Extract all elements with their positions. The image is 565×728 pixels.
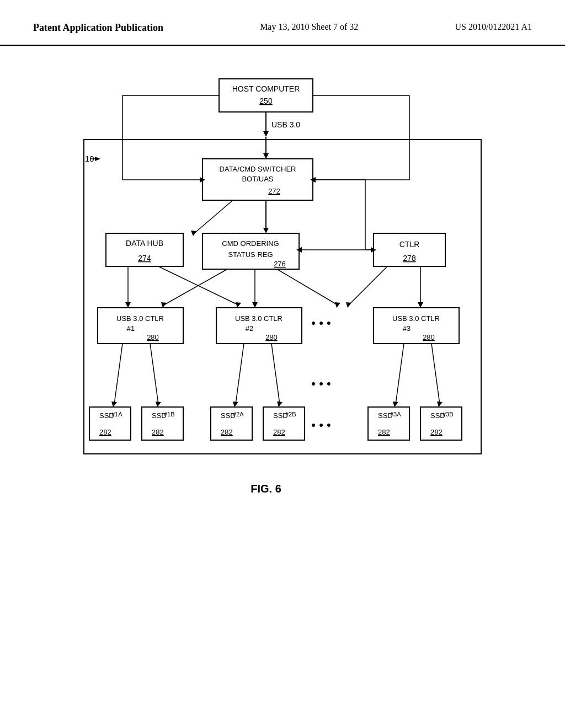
ssd2b-sub: #2B — [285, 411, 296, 417]
svg-rect-46 — [374, 308, 459, 344]
ssd-mid-dots: • • • — [311, 418, 331, 432]
ssd1a-sub: #1A — [111, 411, 122, 417]
page-header: Patent Application Publication May 13, 2… — [0, 0, 565, 46]
ctlr-dots: • • • — [311, 316, 331, 330]
host-computer-num: 250 — [259, 97, 273, 105]
switcher-line2: BOT/UAS — [242, 175, 273, 183]
switcher-line1: DATA/CMD SWITCHER — [220, 165, 296, 173]
ssd3a-sub: #3A — [390, 411, 401, 417]
ssd1b-num: 282 — [152, 428, 164, 436]
cmd-num: 276 — [274, 260, 286, 268]
svg-rect-0 — [219, 79, 313, 112]
usb-ctlr1-line1: USB 3.0 CTLR — [116, 314, 164, 323]
sheet-info: May 13, 2010 Sheet 7 of 32 — [260, 22, 358, 32]
data-hub-num: 274 — [138, 254, 151, 263]
fig-caption: FIG. 6 — [250, 483, 281, 495]
usb-ctlr1-num: 280 — [147, 333, 159, 341]
svg-rect-45 — [216, 308, 302, 344]
usb-label: USB 3.0 — [271, 120, 300, 129]
ssd3b-sub: #3B — [443, 411, 454, 417]
data-hub-label: DATA HUB — [126, 239, 163, 248]
svg-rect-44 — [98, 308, 183, 344]
usb-ctlr3-line1: USB 3.0 CTLR — [392, 314, 440, 323]
usb-ctlr2-line2: #2 — [246, 324, 253, 333]
usb-ctlr3-num: 280 — [423, 333, 435, 341]
ssd2a-sub: #2A — [233, 411, 244, 417]
host-computer-label: HOST COMPUTER — [232, 84, 300, 93]
ctlr-num: 278 — [403, 254, 416, 263]
diagram-svg: HOST COMPUTER 250 USB 3.0 10 DATA/CMD SW… — [67, 73, 498, 564]
svg-marker-2 — [263, 131, 269, 137]
patent-number: US 2010/0122021 A1 — [455, 22, 532, 32]
switcher-num: 272 — [268, 187, 280, 195]
publication-label: Patent Application Publication — [33, 22, 163, 34]
ssd2a-num: 282 — [221, 428, 233, 436]
ssd1b-sub: #1B — [164, 411, 175, 417]
ssd1a-num: 282 — [99, 428, 111, 436]
ssd3a-num: 282 — [378, 428, 390, 436]
ssd3b-num: 282 — [430, 428, 443, 436]
ssd2b-num: 282 — [273, 428, 285, 436]
cmd-line2: STATUS REG — [228, 250, 273, 259]
ctlr-label: CTLR — [399, 240, 420, 249]
usb-ctlr3-line2: #3 — [403, 324, 411, 333]
usb-ctlr2-line1: USB 3.0 CTLR — [235, 314, 282, 323]
page: Patent Application Publication May 13, 2… — [0, 0, 565, 728]
usb-ctlr1-line2: #1 — [127, 324, 135, 333]
diagram-area: HOST COMPUTER 250 USB 3.0 10 DATA/CMD SW… — [0, 51, 565, 586]
ssd-upper-dots: • • • — [311, 377, 331, 390]
usb-ctlr2-num: 280 — [265, 333, 278, 341]
cmd-line1: CMD ORDERING — [222, 239, 279, 248]
